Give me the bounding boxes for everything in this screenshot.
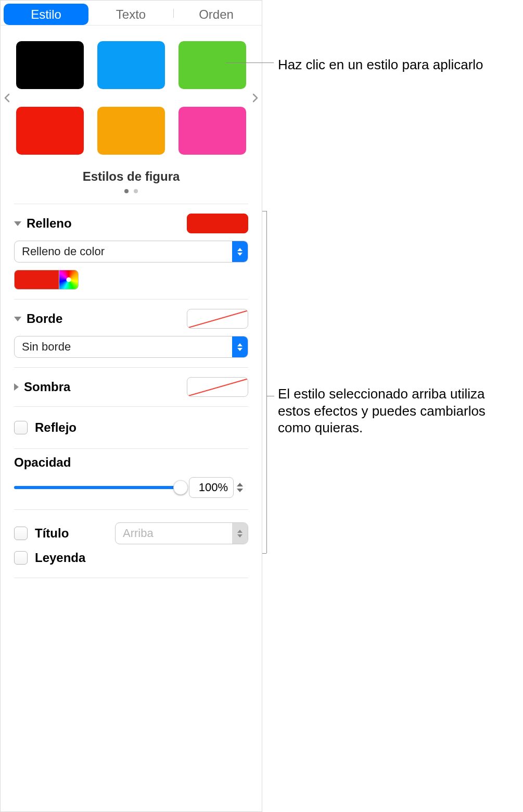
slider-fill [14, 486, 181, 489]
annotations-column: Haz clic en un estilo para aplicarlo El … [262, 0, 523, 812]
bracket-tick-bottom [262, 553, 266, 554]
fill-type-value: Relleno de color [15, 245, 232, 258]
inspector-tabs: Estilo Texto Orden [1, 1, 262, 26]
page-dot-2[interactable] [134, 189, 138, 193]
popup-stepper-icon [232, 523, 248, 544]
title-label: Título [35, 526, 108, 541]
shape-styles-title: Estilos de figura [5, 169, 258, 184]
callout-effects-text: El estilo seleccionado arriba utiliza es… [278, 386, 486, 435]
popup-stepper-icon [232, 241, 248, 262]
border-disclosure[interactable]: Borde [14, 311, 62, 326]
border-label: Borde [27, 311, 62, 326]
legend-label: Leyenda [35, 551, 108, 565]
fill-disclosure[interactable]: Relleno [14, 216, 72, 231]
preset-swatch-3[interactable] [178, 41, 246, 89]
chevron-down-icon [14, 221, 21, 226]
tab-arrange[interactable]: Orden [174, 4, 259, 25]
effects-bracket [266, 211, 267, 553]
bracket-tick-top [262, 211, 266, 211]
caret-up-icon [237, 483, 243, 486]
tab-arrange-label: Orden [199, 7, 234, 22]
fill-section: Relleno Relleno de color [1, 204, 262, 299]
chevron-down-icon [14, 317, 21, 321]
tab-text-label: Texto [116, 7, 146, 22]
chevron-left-icon [4, 93, 11, 103]
callout-apply-style-text: Haz clic en un estilo para aplicarlo [278, 57, 483, 72]
reflection-label: Reflejo [35, 420, 76, 435]
title-position-popup[interactable]: Arriba [115, 522, 248, 544]
opacity-section: Opacidad [1, 449, 262, 509]
shadow-preview-swatch[interactable] [187, 377, 248, 397]
border-type-popup[interactable]: Sin borde [14, 336, 248, 358]
reflection-section: Reflejo [1, 407, 262, 448]
fill-color-well[interactable] [14, 270, 59, 290]
shape-styles-section: Estilos de figura [1, 26, 262, 204]
tab-style[interactable]: Estilo [4, 4, 88, 25]
chevron-right-icon [251, 93, 259, 103]
separator [14, 578, 248, 578]
fill-label: Relleno [27, 216, 72, 231]
popup-stepper-icon [232, 336, 248, 357]
presets-prev-arrow[interactable] [4, 91, 11, 105]
shadow-section: Sombra [1, 368, 262, 406]
border-section: Borde Sin borde [1, 299, 262, 367]
preset-swatch-5[interactable] [97, 107, 165, 155]
shadow-label: Sombra [24, 380, 70, 394]
opacity-label: Opacidad [14, 455, 248, 470]
preset-swatch-6[interactable] [178, 107, 246, 155]
opacity-stepper [189, 477, 248, 498]
fill-color-row [14, 270, 248, 290]
preset-swatch-1[interactable] [16, 41, 84, 89]
border-preview-swatch[interactable] [187, 309, 248, 329]
reflection-checkbox[interactable] [14, 421, 28, 434]
tab-text[interactable]: Texto [88, 4, 173, 25]
page-dots [5, 189, 258, 193]
callout-apply-style: Haz clic en un estilo para aplicarlo [278, 56, 517, 73]
chevron-right-icon [14, 383, 19, 391]
title-checkbox[interactable] [14, 527, 28, 540]
callout-effects: El estilo seleccionado arriba utiliza es… [278, 385, 517, 436]
fill-preview-swatch[interactable] [187, 214, 248, 233]
legend-checkbox[interactable] [14, 551, 28, 565]
slider-thumb[interactable] [173, 480, 188, 495]
preset-swatch-2[interactable] [97, 41, 165, 89]
color-picker-button[interactable] [59, 270, 79, 290]
shadow-disclosure[interactable]: Sombra [14, 380, 70, 394]
title-legend-section: Título Arriba Leyenda [1, 510, 262, 578]
opacity-slider[interactable] [14, 480, 181, 495]
fill-type-popup[interactable]: Relleno de color [14, 241, 248, 263]
caret-down-icon [237, 489, 243, 492]
tab-style-label: Estilo [31, 7, 61, 22]
callout-leader-line [226, 63, 274, 63]
border-type-value: Sin borde [15, 340, 232, 354]
presets-next-arrow[interactable] [251, 91, 259, 105]
bracket-leader-line [267, 396, 274, 396]
preset-swatch-4[interactable] [16, 107, 84, 155]
stepper-arrows[interactable] [237, 477, 248, 498]
opacity-value-field[interactable] [189, 477, 234, 498]
format-inspector-panel: Estilo Texto Orden [0, 0, 262, 812]
page-dot-1[interactable] [124, 189, 129, 193]
title-position-value: Arriba [116, 527, 232, 540]
preset-swatch-grid [16, 41, 246, 155]
